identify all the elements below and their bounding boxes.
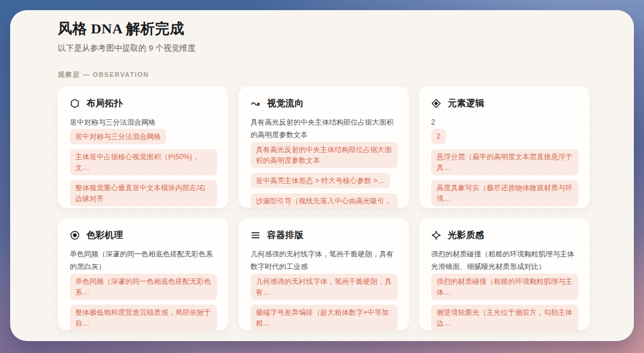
- tag-chip[interactable]: 整体视觉重心垂直居中文本模块内部左/右边缘对齐: [70, 180, 217, 206]
- card-title: 视觉流向: [267, 98, 304, 109]
- hexagon-icon: [70, 98, 80, 109]
- page-subtitle: 以下是从参考图中提取的 9 个视觉维度: [58, 43, 590, 54]
- card-header: 容器排版: [250, 230, 398, 241]
- sparkle-icon: [431, 230, 441, 240]
- card-description: 居中对称与三分法混合网格: [70, 116, 217, 129]
- tag-chip[interactable]: 强烈的材质碰撞（粗糙的环境颗粒肌理与主体…: [431, 274, 578, 300]
- tag-chip[interactable]: 居中高亮主体形态 > 特大号核心参数 >…: [250, 173, 390, 188]
- tag-chip[interactable]: 高度具象写实（极尽还原物体微观材质与环境…: [431, 180, 578, 206]
- tag-list: 具有高光反射的中央主体结构部位占据大面积的高明度参数文本 居中高亮主体形态 > …: [250, 142, 398, 208]
- page-title: 风格 DNA 解析完成: [58, 20, 590, 38]
- card-description: 2: [431, 116, 578, 129]
- tag-chip[interactable]: 单色同频（深邃的同一色相底色搭配无彩色系…: [70, 274, 217, 300]
- card-title: 元素逻辑: [448, 98, 484, 109]
- card-description: 具有高光反射的中央主体结构部位占据大面积的高明度参数文本: [250, 116, 398, 142]
- section-label-observation: 观察层 — OBSERVATION: [58, 70, 590, 79]
- card-header: 视觉流向: [250, 98, 398, 109]
- tag-list: 强烈的材质碰撞（粗糙的环境颗粒肌理与主体… 侧逆境轮廓光（主光位于侧后方，勾勒主…: [431, 274, 578, 330]
- card-title: 光影质感: [448, 230, 484, 241]
- tag-chip[interactable]: 居中对称与三分法混合网格: [70, 129, 166, 144]
- diamond-icon: [431, 98, 441, 109]
- card-container-typography: 容器排版 几何感强的无衬线字体，笔画干脆硬朗，具有数字时代的工业感 几何感强的无…: [239, 218, 409, 330]
- wave-arrow-icon: [250, 98, 261, 109]
- tag-list: 几何感强的无衬线字体，笔画干脆硬朗，具有… 极端字号差异编排（超大粗体数字+中等…: [250, 274, 398, 330]
- card-header: 光影质感: [431, 230, 578, 241]
- tag-chip[interactable]: 沙漏型引导（视线先落入中心由高光吸引，随…: [250, 193, 398, 208]
- tag-chip[interactable]: 几何感强的无衬线字体，笔画干脆硬朗，具有…: [250, 274, 398, 300]
- fisheye-icon: [70, 230, 80, 240]
- card-element-logic: 元素逻辑 2 2 悬浮分层（扁平的高明度文本层直接悬浮于具… 高度具象写实（极尽…: [419, 86, 590, 208]
- tag-chip[interactable]: 极端字号差异编排（超大粗体数字+中等加粗…: [250, 305, 398, 330]
- tag-chip[interactable]: 具有高光反射的中央主体结构部位占据大面积的高明度参数文本: [250, 142, 398, 168]
- triple-lines-icon: [250, 230, 261, 240]
- card-header: 元素逻辑: [431, 98, 578, 109]
- card-header: 布局拓扑: [70, 98, 217, 109]
- card-header: 色彩机理: [70, 230, 217, 241]
- card-description: 强烈的材质碰撞（粗糙的环境颗粒肌理与主体光滑镜面、细腻哑光材质形成对比）: [431, 248, 578, 274]
- card-color-mechanism: 色彩机理 单色同频（深邃的同一色相底色搭配无彩色系的黑白灰） 单色同频（深邃的同…: [58, 218, 228, 330]
- tag-list: 2 悬浮分层（扁平的高明度文本层直接悬浮于具… 高度具象写实（极尽还原物体微观材…: [431, 129, 578, 206]
- dimension-card-grid: 布局拓扑 居中对称与三分法混合网格 居中对称与三分法混合网格 主体居中占据核心视…: [58, 86, 590, 330]
- card-title: 布局拓扑: [86, 98, 123, 109]
- tag-chip[interactable]: 侧逆境轮廓光（主光位于侧后方，勾勒主体边…: [431, 305, 578, 330]
- card-light-texture: 光影质感 强烈的材质碰撞（粗糙的环境颗粒肌理与主体光滑镜面、细腻哑光材质形成对比…: [419, 218, 590, 330]
- tag-chip[interactable]: 2: [431, 129, 446, 144]
- card-title: 色彩机理: [86, 230, 123, 241]
- style-dna-panel: 风格 DNA 解析完成 以下是从参考图中提取的 9 个视觉维度 观察层 — OB…: [10, 10, 634, 341]
- tag-chip[interactable]: 悬浮分层（扁平的高明度文本层直接悬浮于具…: [431, 149, 578, 175]
- card-description: 单色同频（深邃的同一色相底色搭配无彩色系的黑白灰）: [70, 248, 217, 274]
- card-title: 容器排版: [267, 230, 304, 241]
- tag-list: 单色同频（深邃的同一色相底色搭配无彩色系… 整体极低饱和度营造沉稳质感，局部依附…: [70, 274, 217, 330]
- card-visual-flow: 视觉流向 具有高光反射的中央主体结构部位占据大面积的高明度参数文本 具有高光反射…: [239, 86, 409, 208]
- card-layout-topology: 布局拓扑 居中对称与三分法混合网格 居中对称与三分法混合网格 主体居中占据核心视…: [58, 86, 228, 208]
- tag-chip[interactable]: 主体居中占据核心视觉面积（约50%)，文…: [70, 149, 217, 175]
- card-description: 几何感强的无衬线字体，笔画干脆硬朗，具有数字时代的工业感: [250, 248, 398, 274]
- tag-chip[interactable]: 整体极低饱和度营造沉稳质感，局部依附于自…: [70, 305, 217, 330]
- tag-list: 居中对称与三分法混合网格 主体居中占据核心视觉面积（约50%)，文… 整体视觉重…: [70, 129, 217, 206]
